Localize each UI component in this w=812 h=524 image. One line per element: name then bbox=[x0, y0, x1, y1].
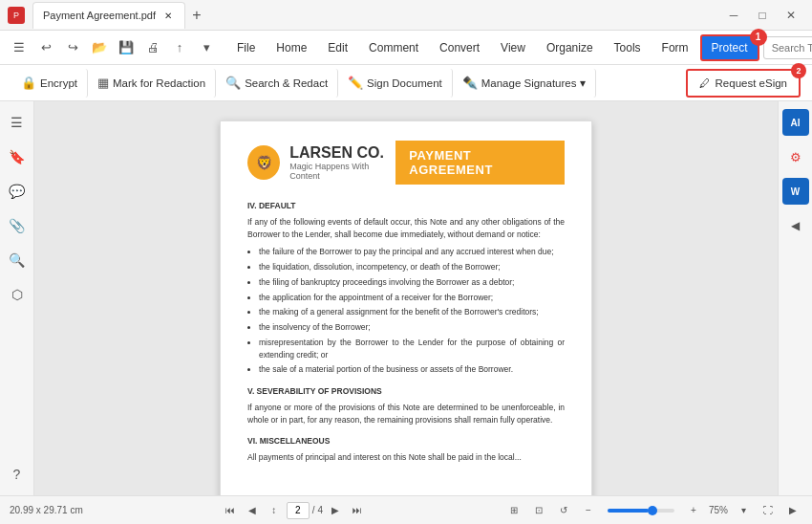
tab-list: Payment Agreement.pdf ✕ + bbox=[32, 2, 208, 29]
esign-badge: 2 bbox=[791, 63, 806, 78]
sign-document-button[interactable]: ✏️ Sign Document bbox=[338, 69, 453, 98]
share-icon[interactable]: ↑ bbox=[168, 36, 191, 59]
right-word-icon[interactable]: W bbox=[782, 178, 809, 205]
tab-pdf[interactable]: Payment Agreement.pdf ✕ bbox=[32, 2, 185, 29]
fit-page-icon[interactable]: ⊡ bbox=[529, 501, 548, 520]
menu-organize[interactable]: Organize bbox=[537, 34, 603, 61]
fit-width-icon[interactable]: ⊞ bbox=[504, 501, 524, 520]
last-page-button[interactable]: ⏭ bbox=[348, 501, 367, 520]
sidebar-attachment-icon[interactable]: 📎 bbox=[4, 212, 31, 239]
quick-access-icons: ☰ ↩ ↪ 📂 💾 🖨 ↑ ▾ bbox=[8, 36, 218, 59]
company-name: LARSEN CO. bbox=[289, 144, 395, 162]
search-redact-label: Search & Redact bbox=[245, 77, 328, 89]
menu-tools[interactable]: Tools bbox=[605, 34, 651, 61]
zoom-slider[interactable] bbox=[608, 509, 674, 513]
fullscreen-button[interactable]: ⛶ bbox=[759, 501, 778, 520]
bullet-item: the filing of bankruptcy proceedings inv… bbox=[259, 276, 565, 289]
zoom-out-button[interactable]: − bbox=[579, 501, 598, 520]
pdf-page: 🦁 LARSEN CO. Magic Happens With Content … bbox=[220, 120, 592, 495]
esign-icon: 🖊 bbox=[699, 77, 711, 89]
search-tools-input[interactable] bbox=[763, 36, 812, 59]
zoom-level: 75% bbox=[709, 505, 728, 515]
section-iv-bullets: the failure of the Borrower to pay the p… bbox=[259, 246, 565, 376]
menu-form[interactable]: Form bbox=[652, 34, 698, 61]
page-navigation: ⏮ ◀ ↕ / 4 ▶ ⏭ bbox=[221, 501, 367, 520]
total-pages: 4 bbox=[317, 505, 323, 515]
rotate-icon[interactable]: ↺ bbox=[554, 501, 573, 520]
sidebar-layers-icon[interactable]: ⬡ bbox=[4, 281, 31, 308]
section-iv-paragraph: If any of the following events of defaul… bbox=[247, 216, 565, 241]
back-icon[interactable]: ☰ bbox=[8, 36, 31, 59]
next-page-button[interactable]: ▶ bbox=[326, 501, 345, 520]
sidebar-help-icon[interactable]: ? bbox=[4, 461, 31, 488]
section-vi-title: VI. MISCELLANEOUS bbox=[247, 435, 565, 448]
print-icon[interactable]: 🖨 bbox=[141, 36, 164, 59]
company-info: LARSEN CO. Magic Happens With Content bbox=[289, 144, 395, 181]
prev-page-button[interactable]: ◀ bbox=[243, 501, 262, 520]
maximize-button[interactable]: □ bbox=[749, 2, 776, 29]
signatures-icon: ✒️ bbox=[462, 76, 478, 90]
section-v-paragraph: If anyone or more of the provisions of t… bbox=[247, 402, 565, 426]
company-logo: 🦁 LARSEN CO. Magic Happens With Content bbox=[247, 144, 395, 181]
tab-close-button[interactable]: ✕ bbox=[161, 9, 175, 22]
menu-home[interactable]: Home bbox=[267, 34, 316, 61]
open-icon[interactable]: 📂 bbox=[88, 36, 111, 59]
request-esign-wrapper: 🖊 Request eSign 2 bbox=[686, 69, 801, 98]
sidebar-search-icon[interactable]: 🔍 bbox=[4, 247, 31, 273]
bullet-item: the application for the appointment of a… bbox=[259, 292, 565, 304]
menu-file[interactable]: File bbox=[227, 34, 265, 61]
select-tool-icon[interactable]: ↕ bbox=[265, 501, 284, 520]
left-sidebar: ☰ 🔖 💬 📎 🔍 ⬡ ? bbox=[0, 101, 34, 495]
dimensions-label: 20.99 x 29.71 cm bbox=[10, 505, 83, 515]
sidebar-thumbnail-icon[interactable]: ☰ bbox=[4, 109, 31, 136]
minimize-button[interactable]: ─ bbox=[720, 2, 747, 29]
more-icon[interactable]: ▾ bbox=[195, 36, 218, 59]
sidebar-comment-icon[interactable]: 💬 bbox=[4, 178, 31, 205]
right-tool-icon[interactable]: ⚙ bbox=[782, 143, 809, 170]
zoom-progress bbox=[608, 509, 649, 513]
bullet-item: the failure of the Borrower to pay the p… bbox=[259, 246, 565, 258]
encrypt-button[interactable]: 🔒 Encrypt bbox=[11, 69, 88, 98]
undo-icon[interactable]: ↩ bbox=[34, 36, 57, 59]
search-redact-icon: 🔍 bbox=[225, 76, 241, 90]
menu-comment[interactable]: Comment bbox=[359, 34, 428, 61]
menu-edit[interactable]: Edit bbox=[318, 34, 357, 61]
mark-redaction-button[interactable]: ▦ Mark for Redaction bbox=[88, 69, 216, 98]
sign-icon: ✏️ bbox=[348, 76, 363, 90]
section-iv-title: IV. DEFAULT bbox=[247, 200, 565, 212]
bullet-item: misrepresentation by the Borrower to the… bbox=[259, 337, 565, 361]
pdf-header: 🦁 LARSEN CO. Magic Happens With Content … bbox=[247, 141, 565, 185]
menu-convert[interactable]: Convert bbox=[430, 34, 489, 61]
request-esign-button[interactable]: 🖊 Request eSign bbox=[686, 69, 801, 98]
redo-icon[interactable]: ↪ bbox=[61, 36, 84, 59]
manage-signatures-button[interactable]: ✒️ Manage Signatures ▾ bbox=[453, 69, 596, 98]
search-tools: 👤 ⋮ ↑ ↓ bbox=[763, 36, 812, 59]
menu-view[interactable]: View bbox=[491, 34, 535, 61]
bullet-item: the insolvency of the Borrower; bbox=[259, 321, 565, 334]
bullet-item: the liquidation, dissolution, incompeten… bbox=[259, 261, 565, 273]
section-vi-paragraph: All payments of principal and interest o… bbox=[247, 451, 565, 464]
zoom-dropdown-button[interactable]: ▾ bbox=[734, 501, 753, 520]
sidebar-bookmark-icon[interactable]: 🔖 bbox=[4, 143, 31, 170]
save-icon[interactable]: 💾 bbox=[115, 36, 138, 59]
right-ai-icon[interactable]: AI bbox=[782, 109, 809, 136]
close-button[interactable]: ✕ bbox=[778, 2, 804, 29]
right-collapse-icon[interactable]: ◀ bbox=[782, 212, 809, 239]
protect-badge: 1 bbox=[750, 29, 767, 46]
company-tagline: Magic Happens With Content bbox=[289, 162, 395, 181]
zoom-thumb[interactable] bbox=[648, 506, 657, 515]
content-area: 🦁 LARSEN CO. Magic Happens With Content … bbox=[34, 101, 778, 495]
search-redact-button[interactable]: 🔍 Search & Redact bbox=[216, 69, 338, 98]
mark-redaction-label: Mark for Redaction bbox=[113, 77, 205, 89]
sign-label: Sign Document bbox=[367, 77, 442, 89]
new-tab-button[interactable]: + bbox=[185, 4, 208, 27]
main-area: ☰ 🔖 💬 📎 🔍 ⬡ ? 🦁 LARSEN CO. Magic Happens… bbox=[0, 101, 812, 495]
title-bar: P Payment Agreement.pdf ✕ + ─ □ ✕ bbox=[0, 0, 812, 31]
current-page-input[interactable] bbox=[287, 502, 310, 519]
encrypt-label: Encrypt bbox=[40, 77, 77, 89]
zoom-in-button[interactable]: + bbox=[684, 501, 703, 520]
tab-label: Payment Agreement.pdf bbox=[43, 10, 156, 21]
scroll-right-button[interactable]: ▶ bbox=[783, 501, 802, 520]
bottom-bar: 20.99 x 29.71 cm ⏮ ◀ ↕ / 4 ▶ ⏭ ⊞ ⊡ ↺ − +… bbox=[0, 495, 812, 524]
first-page-button[interactable]: ⏮ bbox=[221, 501, 240, 520]
